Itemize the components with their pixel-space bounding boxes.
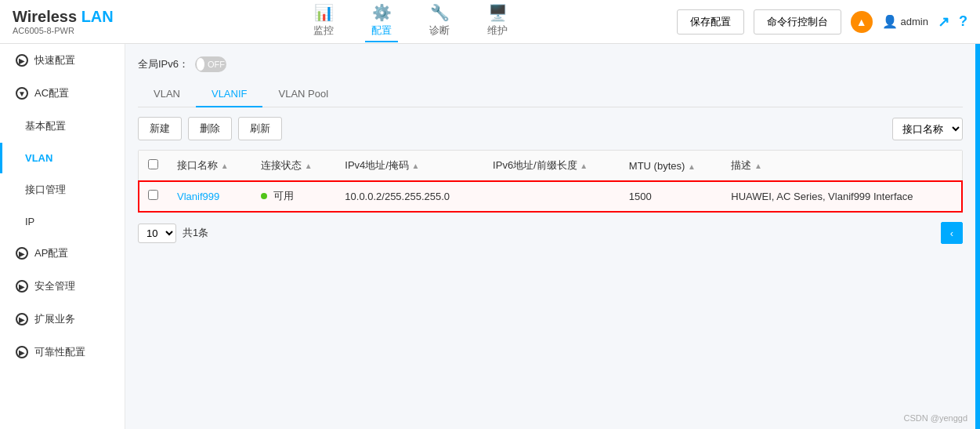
toolbar-row: 新建 删除 刷新 接口名称 — [138, 117, 963, 140]
row-ipv6-cell — [483, 181, 620, 212]
sidebar-item-extend[interactable]: ▶ 扩展业务 — [0, 303, 125, 336]
sort-mtu-icon[interactable]: ▲ — [688, 162, 696, 171]
toggle-off-label: OFF — [208, 60, 225, 69]
main-area: ▶ 快速配置 ▼ AC配置 基本配置 VLAN 接口管理 IP ▶ AP配置 — [0, 44, 980, 429]
sort-ipv4-icon[interactable]: ▲ — [412, 162, 420, 170]
config-icon: ⚙️ — [372, 5, 392, 20]
th-ipv6: IPv6地址/前缀长度 ▲ — [483, 151, 620, 181]
select-all-checkbox[interactable] — [148, 159, 158, 169]
sidebar-item-reliable[interactable]: ▶ 可靠性配置 — [0, 336, 125, 369]
sidebar-item-basic-config[interactable]: 基本配置 — [0, 110, 125, 143]
row-desc-value: HUAWEI, AC Series, Vlanif999 Interface — [731, 191, 913, 202]
ipv6-toggle[interactable]: OFF — [195, 56, 226, 72]
top-bar: Wireless LAN AC6005-8-PWR 📊 监控 ⚙️ 配置 🔧 诊… — [0, 0, 980, 44]
refresh-button[interactable]: 刷新 — [238, 117, 282, 140]
sort-desc-icon[interactable]: ▲ — [754, 162, 762, 170]
search-area: 接口名称 — [892, 118, 963, 140]
row-ipv4-cell: 10.0.0.2/255.255.255.0 — [335, 181, 483, 212]
top-right: 保存配置 命令行控制台 ▲ 👤 admin ↗ ? — [677, 9, 967, 35]
prev-page-button[interactable]: ‹ — [941, 222, 963, 244]
delete-button[interactable]: 删除 — [188, 117, 232, 140]
logo-blue: LAN — [81, 8, 114, 25]
tab-vlanif[interactable]: VLANIF — [196, 82, 263, 107]
th-mtu-label: MTU (bytes) — [629, 160, 685, 172]
page-nav: ‹ — [941, 222, 963, 244]
row-mtu-value: 1500 — [629, 191, 652, 202]
tab-monitor-label: 监控 — [313, 24, 334, 38]
row-checkbox-cell — [139, 181, 168, 212]
tab-config[interactable]: ⚙️ 配置 — [365, 2, 398, 42]
sidebar: ▶ 快速配置 ▼ AC配置 基本配置 VLAN 接口管理 IP ▶ AP配置 — [0, 44, 125, 429]
tab-diagnose-label: 诊断 — [429, 24, 450, 38]
sidebar-item-ap-config[interactable]: ▶ AP配置 — [0, 237, 125, 270]
sort-name-icon[interactable]: ▲ — [221, 162, 229, 170]
th-name: 接口名称 ▲ — [168, 151, 251, 181]
row-checkbox[interactable] — [148, 190, 158, 200]
ipv6-label: 全局IPv6： — [138, 57, 189, 71]
logo-area: Wireless LAN AC6005-8-PWR — [13, 8, 114, 35]
sort-ipv6-icon[interactable]: ▲ — [580, 162, 588, 170]
sidebar-item-ac-config[interactable]: ▼ AC配置 — [0, 77, 125, 110]
sidebar-item-basic-config-label: 基本配置 — [25, 119, 66, 133]
vlanif-table: 接口名称 ▲ 连接状态 ▲ IPv4地址/掩码 ▲ — [139, 151, 962, 212]
diagnose-icon: 🔧 — [430, 5, 450, 20]
th-ipv4-label: IPv4地址/掩码 — [345, 159, 409, 171]
vlan-tabs: VLAN VLANIF VLAN Pool — [138, 82, 963, 107]
search-select[interactable]: 接口名称 — [892, 118, 963, 140]
maintain-icon: 🖥️ — [488, 5, 508, 20]
help-icon[interactable]: ? — [959, 13, 967, 30]
admin-label: admin — [901, 16, 928, 27]
tab-diagnose[interactable]: 🔧 诊断 — [423, 2, 456, 42]
tab-vlan-label: VLAN — [154, 88, 180, 100]
page-size-select[interactable]: 10 — [138, 224, 176, 243]
reliable-play-icon: ▶ — [16, 346, 28, 358]
sidebar-item-ac-config-label: AC配置 — [34, 86, 69, 100]
toggle-knob — [197, 58, 204, 71]
tab-vlan-pool-label: VLAN Pool — [278, 88, 328, 100]
row-mtu-cell: 1500 — [620, 181, 722, 212]
sidebar-item-quick-config[interactable]: ▶ 快速配置 — [0, 44, 125, 77]
pagination-row: 10 共1条 ‹ — [138, 222, 963, 244]
th-status-label: 连接状态 — [261, 159, 302, 171]
ap-play-icon: ▶ — [16, 247, 28, 260]
sidebar-item-vlan[interactable]: VLAN — [0, 143, 125, 173]
notification-icon[interactable]: ▲ — [851, 11, 873, 33]
sidebar-item-port-mgmt[interactable]: 接口管理 — [0, 173, 125, 206]
sidebar-item-ip-label: IP — [25, 216, 34, 227]
cmd-console-button[interactable]: 命令行控制台 — [754, 9, 841, 35]
tab-vlan[interactable]: VLAN — [138, 82, 196, 107]
th-desc-label: 描述 — [731, 159, 751, 171]
row-name-link[interactable]: Vlanif999 — [177, 191, 219, 202]
sidebar-item-security[interactable]: ▶ 安全管理 — [0, 270, 125, 303]
row-desc-cell: HUAWEI, AC Series, Vlanif999 Interface — [721, 181, 962, 212]
sort-status-icon[interactable]: ▲ — [305, 162, 313, 170]
user-icon: 👤 — [882, 14, 898, 29]
tab-monitor[interactable]: 📊 监控 — [307, 2, 340, 42]
th-name-label: 接口名称 — [177, 159, 218, 171]
sidebar-item-vlan-label: VLAN — [25, 152, 52, 164]
footer-note: CSDN @yenggd — [904, 413, 967, 423]
row-status-label: 可用 — [273, 190, 294, 202]
save-config-button[interactable]: 保存配置 — [677, 9, 744, 35]
app-container: Wireless LAN AC6005-8-PWR 📊 监控 ⚙️ 配置 🔧 诊… — [0, 0, 980, 429]
table-header-row: 接口名称 ▲ 连接状态 ▲ IPv4地址/掩码 ▲ — [139, 151, 962, 181]
logo-title: Wireless LAN — [13, 8, 114, 26]
collapse-icon: ▼ — [16, 87, 28, 100]
logout-icon[interactable]: ↗ — [938, 13, 949, 31]
new-button[interactable]: 新建 — [138, 117, 182, 140]
sidebar-item-security-label: 安全管理 — [34, 279, 75, 293]
sidebar-item-quick-config-label: 快速配置 — [34, 53, 75, 67]
th-checkbox — [139, 151, 168, 181]
row-name-cell: Vlanif999 — [168, 181, 251, 212]
sidebar-item-ip[interactable]: IP — [0, 206, 125, 237]
admin-area[interactable]: 👤 admin — [882, 14, 928, 29]
total-label: 共1条 — [183, 226, 208, 240]
table-row: Vlanif999 可用 10.0.0.2/255.255.255.0 — [139, 181, 962, 212]
sidebar-item-ap-config-label: AP配置 — [34, 246, 68, 260]
th-ipv4: IPv4地址/掩码 ▲ — [335, 151, 483, 181]
tab-maintain[interactable]: 🖥️ 维护 — [481, 2, 514, 42]
tab-vlan-pool[interactable]: VLAN Pool — [262, 82, 344, 107]
row-ipv4-value: 10.0.0.2/255.255.255.0 — [345, 191, 450, 202]
top-nav-tabs: 📊 监控 ⚙️ 配置 🔧 诊断 🖥️ 维护 — [145, 2, 677, 42]
logo-subtitle: AC6005-8-PWR — [13, 26, 114, 35]
